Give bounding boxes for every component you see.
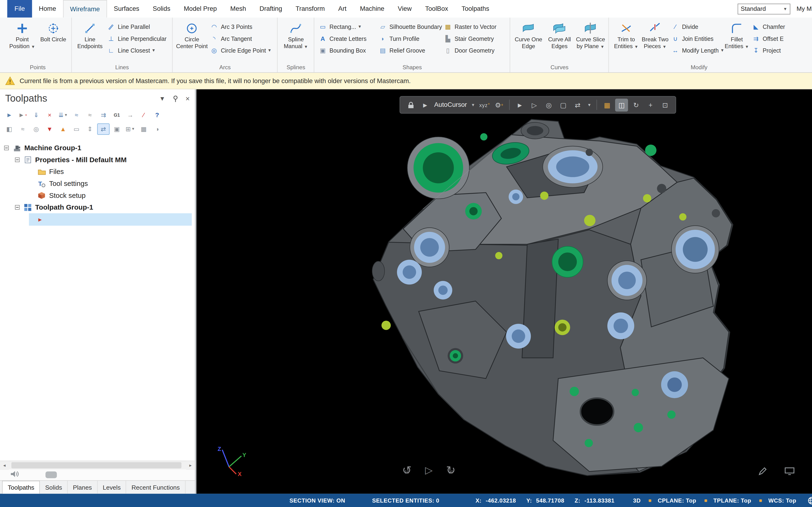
line-perpendicular-button[interactable]: ⊥ Line Perpendicular (105, 33, 170, 45)
selection-arrow-icon[interactable]: ► (513, 98, 526, 111)
post-selected-icon[interactable]: ⇉ (97, 109, 110, 120)
create-letters-button[interactable]: A Create Letters (317, 33, 377, 45)
relief-groove-button[interactable]: ▤ Relief Groove (377, 44, 442, 56)
circle-edge-point-button[interactable]: ◎ Circle Edge Point ▼ (208, 44, 275, 56)
tree-row-properties[interactable]: Properties - Mill Default MM (0, 154, 195, 166)
modify-length-button[interactable]: ↔ Modify Length ▼ (670, 44, 723, 56)
tab-mesh[interactable]: Mesh (223, 0, 253, 17)
view-options-icon[interactable]: ⊞▼ (124, 123, 137, 134)
grid-snap-icon[interactable]: ▦ (601, 98, 614, 111)
tree-row-tool-settings[interactable]: T Tool settings (0, 178, 195, 190)
section-view-toggle-icon[interactable]: ◫ (615, 98, 628, 111)
select-all-operations-icon[interactable]: ► (3, 109, 15, 120)
section-view-status[interactable]: SECTION VIEW: ON (290, 497, 345, 504)
arc-3-points-button[interactable]: ◠ Arc 3 Points (208, 21, 275, 33)
copy-operations-icon[interactable]: ▣ (111, 123, 123, 134)
rotate-view-icon[interactable]: ↻ (630, 98, 643, 111)
filter-options-icon[interactable]: ⇊▼ (57, 109, 69, 120)
collapse-expander-icon[interactable] (15, 205, 20, 210)
collapse-expander-icon[interactable] (4, 146, 9, 150)
scroll-insert-icon[interactable]: ⇕ (84, 123, 96, 134)
tab-surfaces[interactable]: Surfaces (107, 0, 146, 17)
tree-row-machine-group[interactable]: Machine Group-1 (0, 142, 195, 154)
selection-polygon-icon[interactable]: ◎ (542, 98, 555, 111)
autocursor-cursor-icon[interactable]: ► (419, 98, 432, 111)
style-dropdown[interactable]: Standard ▼ (738, 3, 790, 14)
tab-toolpaths[interactable]: Toolpaths (455, 0, 496, 17)
move-insert-up-icon[interactable]: ▲ (57, 123, 69, 134)
stair-geometry-button[interactable]: ▙ Stair Geometry (442, 33, 507, 45)
dropdown-caret-icon[interactable]: ▼ (471, 103, 475, 107)
tab-toolbox[interactable]: ToolBox (418, 0, 455, 17)
selection-chain-icon[interactable]: ⇄ (571, 98, 584, 111)
chevron-down-icon[interactable]: ▼ (159, 95, 165, 102)
tab-transform[interactable]: Transform (289, 0, 332, 17)
tab-model-prep[interactable]: Model Prep (177, 0, 224, 17)
rectangle-button[interactable]: ▭ Rectang... ▼ (317, 21, 377, 33)
break-two-pieces-button[interactable]: Break Two Pieces▼ (641, 18, 670, 49)
raster-to-vector-button[interactable]: ▦ Raster to Vector (442, 21, 507, 33)
arc-tangent-button[interactable]: ◝ Arc Tangent (208, 33, 275, 45)
tab-solids[interactable]: Solids (146, 0, 177, 17)
pan-view-icon[interactable]: + (644, 98, 657, 111)
tab-machine[interactable]: Machine (353, 0, 391, 17)
selection-single-icon[interactable]: ▢ (557, 98, 570, 111)
regenerate-selected-icon[interactable]: ⇓ (30, 109, 43, 120)
graphics-viewport[interactable]: ► AutoCursor ▼ xyz+ ⚙+ ► ▷ ◎ ▢ ⇄ ▼ ▦ ◫ ↻… (196, 90, 812, 494)
unselect-all-operations-icon[interactable]: ►× (16, 109, 29, 120)
play-button[interactable]: ▷ (425, 464, 433, 476)
trim-to-entities-button[interactable]: Trim to Entities▼ (612, 18, 641, 49)
toolpath-list-icon[interactable]: ≈ (84, 109, 96, 120)
pencil-icon[interactable] (758, 467, 767, 477)
scroll-left-button[interactable]: ◂ (0, 461, 9, 470)
monitor-icon[interactable] (785, 467, 795, 477)
scroll-right-button[interactable]: ▸ (186, 461, 195, 470)
fastpoint-xyz-icon[interactable]: xyz+ (478, 98, 491, 111)
g1-edit-icon[interactable]: G1 (111, 109, 123, 120)
point-position-button[interactable]: Point Position▼ (7, 18, 38, 49)
insert-above-icon[interactable]: ▭ (70, 123, 83, 134)
silhouette-boundary-button[interactable]: ▱ Silhouette Boundary (377, 21, 442, 33)
tab-home[interactable]: Home (32, 0, 63, 17)
bolt-circle-button[interactable]: Bolt Circle (38, 18, 69, 43)
help-icon[interactable]: ? (151, 109, 163, 120)
dropdown-caret-icon[interactable]: ▼ (588, 103, 591, 107)
tree-row-insert-position[interactable]: ► (29, 213, 192, 226)
bounding-box-button[interactable]: ▣ Bounding Box (317, 44, 377, 56)
display-options-icon[interactable]: ▦ (138, 123, 150, 134)
tab-file[interactable]: File (7, 0, 32, 17)
join-entities-button[interactable]: ∪ Join Entities (670, 33, 723, 45)
edit-common-parameters-icon[interactable]: ∕ (138, 109, 150, 120)
panel-tab-levels[interactable]: Levels (98, 481, 126, 494)
autocursor-settings-gear-icon[interactable]: ⚙+ (493, 98, 506, 111)
cplane-selector[interactable]: CPLANE: Top (658, 497, 696, 504)
globe-icon[interactable] (808, 496, 812, 504)
regenerate-all-icon[interactable]: × (44, 109, 56, 120)
collapse-expander-icon[interactable] (15, 158, 20, 162)
chamfer-button[interactable]: ◣ Chamfer (750, 21, 786, 33)
tree-row-toolpath-group[interactable]: Toolpath Group-1 (0, 202, 195, 213)
offset-entity-button[interactable]: ⇉ Offset E (750, 33, 786, 45)
toggle-toolpath-display-icon[interactable]: ≈ (16, 123, 29, 134)
door-geometry-button[interactable]: ▯ Door Geometry (442, 44, 507, 56)
tree-row-stock-setup[interactable]: Stock setup (0, 189, 195, 202)
line-endpoints-button[interactable]: Line Endpoints (74, 18, 105, 49)
wcs-selector[interactable]: WCS: Top (768, 497, 796, 504)
dimension-mode-toggle[interactable]: 3D (633, 497, 641, 504)
panel-tab-solids[interactable]: Solids (40, 481, 68, 494)
divide-button[interactable]: ∕ Divide (670, 21, 723, 33)
tab-view[interactable]: View (391, 0, 418, 17)
autocursor-label[interactable]: AutoCursor (433, 101, 468, 108)
panel-tab-planes[interactable]: Planes (68, 481, 98, 494)
turn-profile-button[interactable]: ◗ Turn Profile (377, 33, 442, 45)
tab-art[interactable]: Art (332, 0, 353, 17)
tree-row-files[interactable]: Files (0, 166, 195, 178)
panel-tab-toolpaths[interactable]: Toolpaths (2, 481, 40, 494)
curve-one-edge-button[interactable]: Curve One Edge (513, 18, 544, 49)
scrollbar-thumb[interactable] (11, 462, 182, 468)
verify-icon[interactable]: ◎ (30, 123, 43, 134)
rotate-right-30-button[interactable]: ↻30 (446, 464, 456, 476)
project-button[interactable]: ↧ Project (750, 44, 786, 56)
move-insert-down-icon[interactable]: ▼ (44, 123, 56, 134)
lock-operations-icon[interactable]: ◧ (3, 123, 15, 134)
